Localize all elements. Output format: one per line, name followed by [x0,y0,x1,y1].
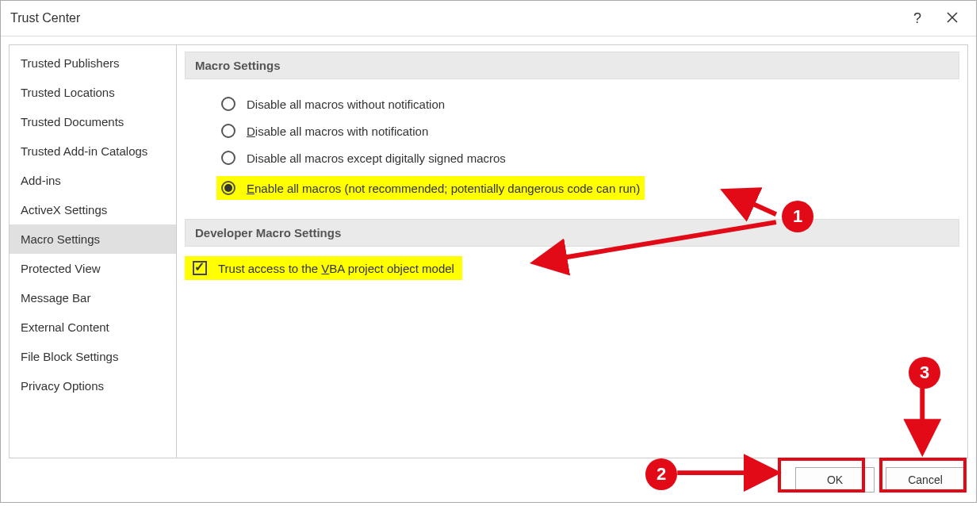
radio-icon [221,97,235,111]
sidebar-item-file-block-settings[interactable]: File Block Settings [10,342,176,371]
sidebar-item-protected-view[interactable]: Protected View [10,254,176,283]
cancel-button[interactable]: Cancel [886,467,965,493]
developer-macro-options: Trust access to the VBA project object m… [177,247,967,289]
sidebar-item-add-ins[interactable]: Add-ins [10,166,176,195]
close-button[interactable] [935,1,970,36]
close-icon [947,10,958,27]
sidebar: Trusted Publishers Trusted Locations Tru… [9,44,177,458]
radio-icon [221,181,235,195]
sidebar-item-external-content[interactable]: External Content [10,312,176,342]
checkbox-trust-vba-access[interactable]: Trust access to the VBA project object m… [185,256,462,280]
sidebar-item-privacy-options[interactable]: Privacy Options [10,371,176,401]
content-pane: Macro Settings Disable all macros withou… [177,44,968,458]
ok-button[interactable]: OK [795,467,875,493]
radio-enable-all-macros[interactable]: Enable all macros (not recommended; pote… [216,176,645,200]
radio-disable-except-signed[interactable]: Disable all macros except digitally sign… [216,146,959,170]
radio-label: Disable all macros with notification [247,125,428,138]
radio-label: Disable all macros except digitally sign… [247,151,506,165]
dialog-footer: OK Cancel [1,458,976,502]
developer-macro-settings-header: Developer Macro Settings [185,219,959,247]
sidebar-item-trusted-addin-catalogs[interactable]: Trusted Add-in Catalogs [10,136,176,166]
trust-center-dialog: Trust Center ? Trusted Publishers Truste… [0,0,977,503]
dialog-body: Trusted Publishers Trusted Locations Tru… [1,36,976,458]
ok-label: OK [827,473,843,486]
sidebar-item-activex-settings[interactable]: ActiveX Settings [10,195,176,224]
radio-icon [221,124,235,138]
macro-settings-header: Macro Settings [185,52,959,79]
radio-label: Disable all macros without notification [247,98,445,111]
checkbox-label: Trust access to the VBA project object m… [218,262,454,275]
sidebar-item-macro-settings[interactable]: Macro Settings [10,224,176,254]
help-button[interactable]: ? [900,1,935,36]
sidebar-item-trusted-publishers[interactable]: Trusted Publishers [10,48,176,78]
sidebar-item-message-bar[interactable]: Message Bar [10,283,176,312]
sidebar-item-trusted-documents[interactable]: Trusted Documents [10,107,176,136]
checkbox-icon [193,261,207,275]
help-icon: ? [913,10,921,27]
window-title: Trust Center [10,11,900,25]
radio-disable-with-notification[interactable]: Disable all macros with notification [216,119,959,143]
titlebar: Trust Center ? [1,1,976,36]
macro-settings-options: Disable all macros without notification … [177,79,967,213]
cancel-label: Cancel [908,473,943,486]
sidebar-item-trusted-locations[interactable]: Trusted Locations [10,78,176,107]
radio-label: Enable all macros (not recommended; pote… [247,182,640,195]
radio-icon [221,151,235,165]
radio-disable-no-notification[interactable]: Disable all macros without notification [216,92,959,116]
